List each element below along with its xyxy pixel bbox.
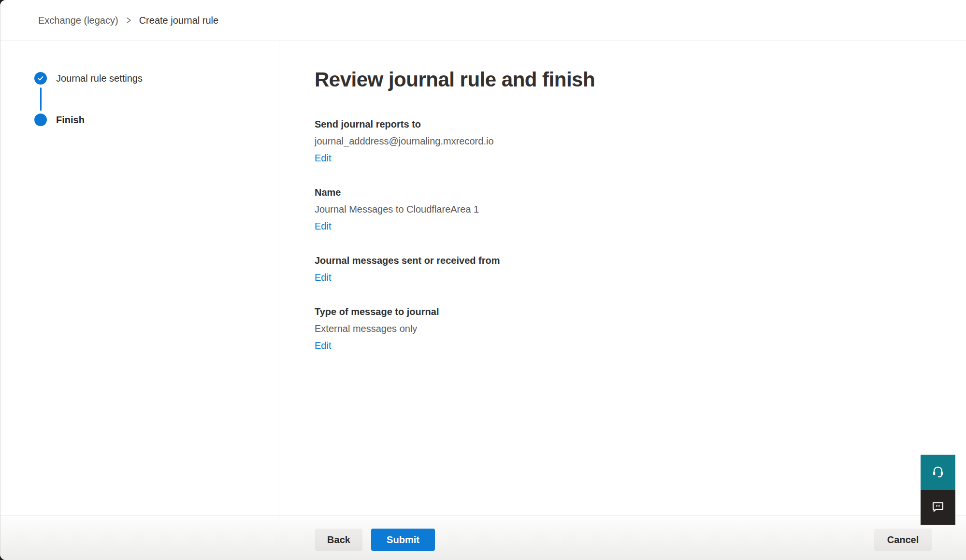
- floating-button-stack: [921, 455, 955, 525]
- review-pane: Review journal rule and finish Send jour…: [279, 41, 966, 516]
- review-section-name: Name Journal Messages to CloudflareArea …: [315, 184, 947, 235]
- cancel-button[interactable]: Cancel: [874, 529, 932, 551]
- review-section-send-journal-reports-to: Send journal reports to journal_adddress…: [315, 116, 947, 167]
- breadcrumb-create-journal-rule: Create journal rule: [139, 15, 219, 26]
- feedback-button[interactable]: [921, 490, 955, 525]
- edit-journal-messages-scope-link[interactable]: Edit: [315, 269, 331, 286]
- wizard-step-label: Finish: [56, 115, 85, 126]
- wizard-step-finish[interactable]: Finish: [34, 114, 279, 126]
- section-label: Name: [315, 184, 947, 201]
- section-label: Type of message to journal: [315, 303, 947, 320]
- step-connector-line: [40, 87, 42, 111]
- section-label: Journal messages sent or received from: [315, 252, 947, 269]
- review-section-message-type: Type of message to journal External mess…: [315, 303, 947, 354]
- body: Journal rule settings Finish Review jour…: [0, 41, 966, 516]
- edit-name-link[interactable]: Edit: [315, 218, 331, 235]
- chevron-right-icon: [126, 16, 132, 24]
- footer-action-bar: Back Submit Cancel: [0, 516, 966, 560]
- edit-message-type-link[interactable]: Edit: [315, 337, 331, 354]
- step-current-dot-icon: [34, 114, 47, 126]
- headset-icon: [931, 464, 945, 480]
- back-button[interactable]: Back: [315, 529, 362, 551]
- edit-send-journal-reports-link[interactable]: Edit: [315, 150, 331, 167]
- step-completed-check-icon: [34, 72, 47, 85]
- help-support-button[interactable]: [921, 455, 955, 490]
- review-section-journal-messages-scope: Journal messages sent or received from E…: [315, 252, 947, 286]
- wizard-steps-sidebar: Journal rule settings Finish: [0, 41, 279, 516]
- section-value: Journal Messages to CloudflareArea 1: [315, 201, 947, 218]
- section-value: journal_adddress@journaling.mxrecord.io: [315, 133, 947, 150]
- breadcrumb: Exchange (legacy) Create journal rule: [38, 15, 218, 26]
- create-journal-rule-flyout: Exchange (legacy) Create journal rule: [0, 0, 966, 560]
- header: Exchange (legacy) Create journal rule: [0, 0, 966, 41]
- submit-button[interactable]: Submit: [371, 529, 435, 551]
- chat-bubble-icon: [931, 500, 945, 516]
- page-title: Review journal rule and finish: [315, 68, 947, 92]
- section-label: Send journal reports to: [315, 116, 947, 133]
- wizard-step-label: Journal rule settings: [56, 73, 143, 84]
- wizard-step-journal-rule-settings[interactable]: Journal rule settings: [34, 72, 279, 85]
- screen: Exchange (legacy) Create journal rule: [0, 0, 966, 560]
- breadcrumb-exchange-legacy[interactable]: Exchange (legacy): [38, 15, 118, 26]
- section-value: External messages only: [315, 320, 947, 337]
